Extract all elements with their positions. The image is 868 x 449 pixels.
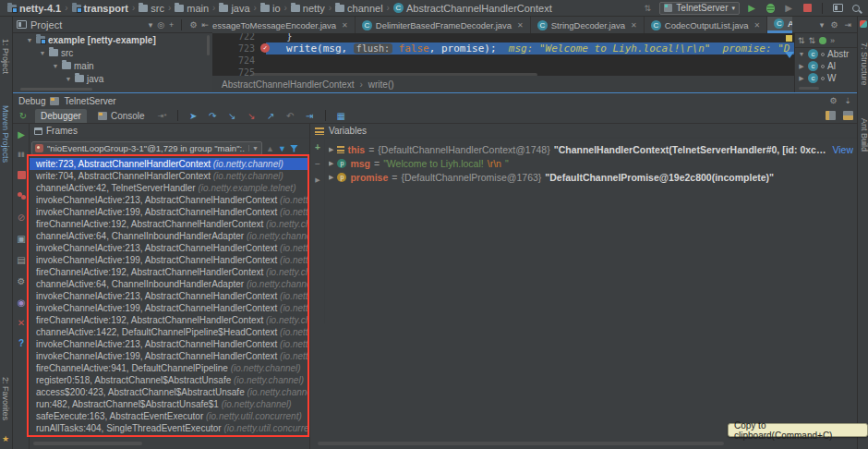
layout-icon[interactable] (826, 111, 836, 120)
frame-row[interactable]: channelActive:64, ChannelInboundHandlerA… (30, 230, 309, 242)
help-icon[interactable]: ? (15, 336, 28, 349)
frame-row[interactable]: runAllTasks:404, SingleThreadEventExecut… (30, 422, 309, 434)
expand-arrow-icon[interactable]: ▼ (52, 63, 59, 69)
hide-window-icon[interactable]: ⇣ (844, 96, 851, 105)
sort-visibility-icon[interactable]: ⇅ (809, 36, 816, 45)
sort-alpha-icon[interactable]: ⇅ (798, 36, 805, 45)
pin-tab-icon[interactable]: ⇥ (844, 20, 851, 30)
sidebar-tab-structure[interactable]: 7: Structure (860, 42, 868, 86)
sidebar-tab-ant-build[interactable]: Ant Build (860, 118, 868, 152)
variable-row-this[interactable]: ▶ this = {DefaultChannelHandlerContext@1… (329, 142, 853, 156)
frame-row[interactable]: fireChannelActive:192, AbstractChannelHa… (30, 314, 309, 326)
frame-row[interactable]: write:704, AbstractChannelHandlerContext… (30, 170, 309, 182)
frame-row[interactable]: fireChannelActive:192, AbstractChannelHa… (30, 266, 309, 278)
run-to-cursor-icon[interactable]: ⇥ (303, 111, 317, 121)
drop-frame-icon[interactable]: ↶ (283, 111, 297, 121)
tree-item-example [netty-example][interactable]: ▼example [netty-example] (13, 33, 212, 46)
show-execution-point-icon[interactable]: ➤ (187, 111, 200, 121)
stop-button[interactable] (801, 2, 814, 15)
structure-item-Al[interactable]: ▶cAl (795, 60, 857, 72)
tab-StringDecoder.java[interactable]: CStringDecoder.java✕ (531, 17, 645, 33)
breadcrumb-item-AbstractChannelHandlerContext[interactable]: CAbstractChannelHandlerContext (393, 3, 552, 14)
more-icon[interactable]: » (830, 36, 835, 45)
close-icon[interactable]: ✕ (517, 21, 524, 30)
settings-gear-icon[interactable]: ⚙ (15, 274, 28, 287)
expand-arrow-icon[interactable]: ▼ (39, 50, 46, 56)
force-step-into-icon[interactable]: ↘ (245, 111, 259, 121)
code-editor[interactable]: 722 } 723 ✓ write(msg, flush: false, pro… (212, 33, 794, 76)
line-number[interactable]: 722 (212, 33, 266, 42)
tab-console[interactable]: Console (92, 109, 151, 123)
frame-row[interactable]: fireChannelActive:941, DefaultChannelPip… (30, 362, 309, 374)
error-stripe-warning-mark[interactable] (786, 35, 792, 42)
project-scrollbar-vertical[interactable] (207, 35, 210, 55)
variable-row-promise[interactable]: ▶ p promise = {DefaultChannelPromise@176… (329, 170, 853, 184)
stop-icon[interactable] (15, 168, 28, 181)
sidebar-tab-favorites[interactable]: 2: Favorites (1, 377, 10, 420)
resume-icon[interactable]: ▶ (15, 127, 28, 140)
view-link[interactable]: View (832, 144, 853, 155)
breadcrumb-class[interactable]: AbstractChannelHandlerContext (222, 79, 354, 90)
chevron-down-icon[interactable]: ▾ (149, 20, 153, 30)
locate-icon[interactable]: ◎ (157, 20, 164, 30)
notification-icon[interactable] (860, 20, 867, 28)
toolbar-toggle-icon[interactable]: ⇅ (641, 2, 654, 15)
frame-row[interactable]: invokeChannelActive:213, AbstractChannel… (30, 194, 309, 206)
settings-gear-icon[interactable]: ⚙ (829, 96, 837, 105)
error-stripe-execution-mark[interactable] (785, 52, 794, 58)
tab-debugger[interactable]: Debugger (35, 109, 87, 123)
frame-row[interactable]: channelActive:42, TelnetServerHandler (i… (30, 182, 309, 194)
evaluate-expression-icon[interactable]: ▦ (334, 111, 348, 121)
structure-scrollbar[interactable] (799, 87, 819, 90)
restore-layout-button[interactable] (831, 2, 844, 15)
breadcrumb-item-channel[interactable]: channel (335, 3, 383, 14)
close-icon[interactable]: ✕ (631, 21, 637, 30)
frames-scrollbar-horizontal[interactable] (33, 442, 142, 445)
show-fields-icon[interactable] (819, 37, 826, 44)
frame-row[interactable]: invokeChannelActive:199, AbstractChannel… (30, 254, 309, 266)
tab-CodecOutputList.java[interactable]: CCodecOutputList.java✕ (645, 17, 768, 33)
frame-row[interactable]: access$200:423, AbstractChannel$Abstract… (30, 386, 309, 398)
breadcrumb-item-io[interactable]: io (260, 3, 281, 14)
next-frame-icon[interactable]: ▼ (278, 144, 286, 153)
previous-frame-icon[interactable]: ▲ (266, 144, 274, 153)
pause-icon[interactable]: ▮▮ (15, 148, 28, 161)
frame-row[interactable]: invokeChannelActive:213, AbstractChannel… (30, 242, 309, 254)
frame-row[interactable]: write:723, AbstractChannelHandlerContext… (30, 158, 309, 170)
step-into-icon[interactable]: ↘ (225, 111, 239, 121)
frame-row[interactable]: channelActive:1422, DefaultChannelPipeli… (30, 326, 309, 338)
step-out-icon[interactable]: ↗ (264, 111, 278, 121)
structure-item-Abstr[interactable]: ▼cAbstr (795, 48, 857, 60)
step-over-icon[interactable]: ↷ (206, 111, 220, 121)
variables-scrollbar-horizontal[interactable] (318, 442, 724, 445)
expand-arrow-icon[interactable]: ▼ (798, 51, 805, 57)
collapse-all-icon[interactable]: + (169, 20, 174, 30)
sidebar-tab-project[interactable]: 1: Project (1, 39, 10, 74)
view-breakpoints-icon[interactable] (15, 189, 28, 202)
breadcrumb-item-netty[interactable]: netty (291, 3, 325, 14)
breakpoint-verified-icon[interactable]: ✓ (260, 43, 270, 53)
breadcrumb-item-src[interactable]: src (139, 3, 164, 14)
tree-item-src[interactable]: ▼src (13, 46, 212, 59)
debug-session-tab[interactable]: TelnetServer (64, 96, 115, 106)
run-with-coverage-button[interactable]: ▶ (782, 2, 795, 15)
hide-panel-icon[interactable]: ⇤ (201, 20, 209, 30)
expand-arrow-icon[interactable]: ▶ (329, 146, 333, 153)
expand-arrow-icon[interactable]: ▶ (329, 160, 333, 167)
chevron-right-icon[interactable]: ▶ (311, 174, 324, 187)
breadcrumb-method[interactable]: write() (368, 79, 394, 90)
filter-frames-icon[interactable] (290, 145, 298, 152)
structure-item-W[interactable]: ▶cW (795, 72, 857, 84)
add-watch-icon[interactable]: + (311, 140, 324, 153)
frame-row[interactable]: channelActive:64, ChannelInboundHandlerA… (30, 278, 309, 290)
breadcrumb-item-java[interactable]: java (219, 3, 249, 14)
frame-row[interactable]: invokeChannelActive:199, AbstractChannel… (30, 350, 309, 362)
expand-arrow-icon[interactable]: ▶ (798, 75, 805, 82)
settings-gear-icon[interactable]: ⚙ (189, 20, 197, 30)
tab-MessageToMessageEncoder.java[interactable]: CMessageToMessageEncoder.java✕ (212, 17, 356, 33)
variable-row-msg[interactable]: ▶ p msg = "Welcome to Liyh.local!\r\n" (329, 156, 853, 170)
expand-arrow-icon[interactable]: ▼ (26, 37, 33, 43)
console-view-icon[interactable]: ▤ (15, 253, 28, 266)
debug-button[interactable] (764, 2, 777, 15)
expand-arrow-icon[interactable]: ▶ (798, 63, 805, 70)
